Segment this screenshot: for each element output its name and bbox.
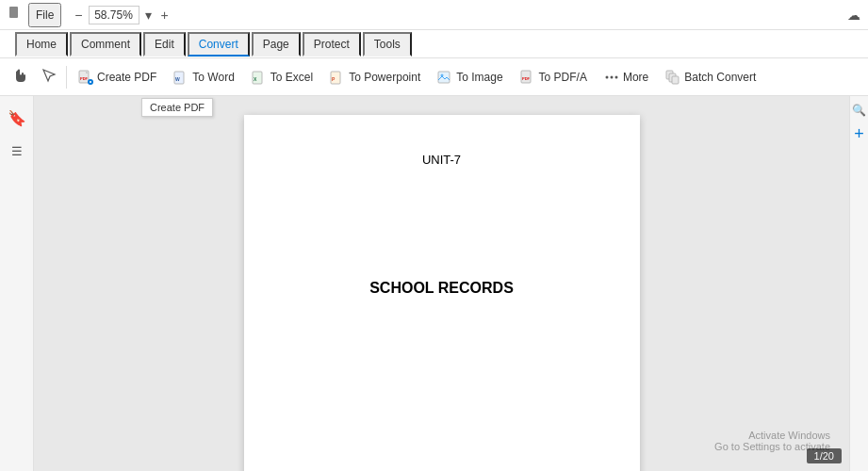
file-icon xyxy=(8,6,23,24)
hand-tool-button[interactable] xyxy=(8,64,34,90)
zoom-in-button[interactable]: + xyxy=(157,6,172,24)
toolbar-divider-1 xyxy=(66,66,67,89)
select-tool-button[interactable] xyxy=(36,64,62,90)
pages-icon[interactable]: ☰ xyxy=(8,140,26,162)
title-bar: File − 58.75% ▾ + ☁ xyxy=(0,0,868,30)
pdf-title: SCHOOL RECORDS xyxy=(291,280,593,297)
svg-text:W: W xyxy=(175,76,180,82)
search-icon[interactable]: 🔍 xyxy=(852,104,866,117)
create-pdf-button[interactable]: PDF Create PDF xyxy=(71,66,164,89)
left-sidebar: 🔖 ☰ xyxy=(0,96,34,471)
zoom-value: 58.75% xyxy=(89,6,139,24)
svg-point-14 xyxy=(605,75,608,78)
cloud-icon: ☁ xyxy=(847,8,860,23)
menu-protect[interactable]: Protect xyxy=(303,32,361,57)
svg-rect-19 xyxy=(672,76,679,84)
menu-tools[interactable]: Tools xyxy=(363,32,412,57)
svg-rect-10 xyxy=(438,72,450,83)
svg-text:PDF: PDF xyxy=(522,76,531,81)
right-sidebar: 🔍 + xyxy=(849,96,868,471)
to-pdfa-label: To PDF/A xyxy=(539,71,587,84)
to-image-button[interactable]: To Image xyxy=(430,66,510,89)
page-counter: 1/20 xyxy=(807,448,842,463)
menu-edit[interactable]: Edit xyxy=(143,32,186,57)
pdf-page: UNIT-7 SCHOOL RECORDS Written by: Dr. Mu… xyxy=(244,115,640,471)
batch-convert-label: Batch Convert xyxy=(684,71,756,84)
main-content: UNIT-7 SCHOOL RECORDS Written by: Dr. Mu… xyxy=(34,96,849,471)
zoom-out-button[interactable]: − xyxy=(71,6,86,24)
more-label: More xyxy=(623,71,648,84)
tooltip-create-pdf: Create PDF xyxy=(141,98,213,117)
bookmark-icon[interactable]: 🔖 xyxy=(4,106,30,131)
to-powerpoint-label: To Powerpoint xyxy=(349,71,420,84)
batch-convert-button[interactable]: Batch Convert xyxy=(658,66,763,89)
menu-comment[interactable]: Comment xyxy=(70,32,141,57)
svg-point-16 xyxy=(614,75,617,78)
menu-convert[interactable]: Convert xyxy=(188,32,250,57)
menu-page[interactable]: Page xyxy=(252,32,301,57)
to-word-label: To Word xyxy=(192,71,234,84)
svg-point-15 xyxy=(610,75,613,78)
menu-bar: Home Comment Edit Convert Page Protect T… xyxy=(0,30,868,58)
menu-home[interactable]: Home xyxy=(15,32,68,57)
to-powerpoint-button[interactable]: P To Powerpoint xyxy=(322,66,428,89)
to-excel-label: To Excel xyxy=(270,71,313,84)
more-button[interactable]: More xyxy=(597,66,656,89)
file-menu-button[interactable]: File xyxy=(28,3,61,27)
add-icon[interactable]: + xyxy=(854,124,864,144)
toolbar: PDF Create PDF W To Word X To Excel P To… xyxy=(0,58,868,96)
svg-text:PDF: PDF xyxy=(80,76,89,81)
to-pdfa-button[interactable]: PDF To PDF/A xyxy=(513,66,595,89)
zoom-area: − 58.75% ▾ + xyxy=(71,6,172,24)
to-word-button[interactable]: W To Word xyxy=(166,66,241,89)
to-image-label: To Image xyxy=(456,71,502,84)
create-pdf-label: Create PDF xyxy=(97,71,156,84)
to-excel-button[interactable]: X To Excel xyxy=(244,66,320,89)
pdf-unit: UNIT-7 xyxy=(291,153,593,167)
zoom-dropdown-button[interactable]: ▾ xyxy=(141,6,156,24)
